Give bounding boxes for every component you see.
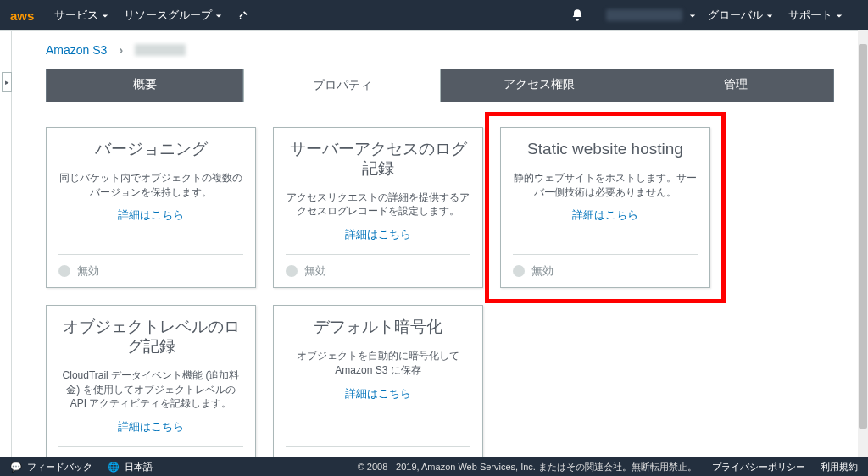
speech-bubble-icon: 💬 <box>10 462 22 473</box>
card-title: バージョニング <box>58 140 243 159</box>
scrollbar-thumb[interactable] <box>859 44 867 429</box>
status-dot-icon <box>286 265 298 277</box>
services-menu[interactable]: サービス <box>54 8 108 23</box>
side-panel-collapsed: ▸ <box>0 31 12 457</box>
card-desc: オブジェクトを自動的に暗号化して Amazon S3 に保存 <box>286 349 470 378</box>
tab-properties[interactable]: プロパティ <box>243 69 441 102</box>
status-dot-icon <box>513 265 525 277</box>
status-text: 無効 <box>304 263 326 279</box>
aws-topbar: aws サービス リソースグループ グローバル サポート <box>0 0 868 30</box>
region-label: グローバル <box>708 8 763 23</box>
card-learn-more-link[interactable]: 詳細はこちら <box>58 419 243 434</box>
card-static-website-hosting[interactable]: Static website hosting 静的ウェブサイトをホストします。サ… <box>500 127 710 288</box>
card-status: 無効 <box>286 254 470 279</box>
language-selector[interactable]: 🌐 日本語 <box>108 461 153 473</box>
chevron-down-icon <box>102 9 108 22</box>
card-status: 無効 <box>58 446 243 457</box>
feedback-label: フィードバック <box>27 461 92 473</box>
status-text: 無効 <box>77 263 99 279</box>
card-status: 無効 <box>58 254 243 279</box>
card-title: Static website hosting <box>513 140 698 159</box>
card-title: サーバーアクセスのログ記録 <box>286 140 470 179</box>
card-learn-more-link[interactable]: 詳細はこちら <box>286 386 470 401</box>
language-label: 日本語 <box>125 461 153 473</box>
resource-groups-label: リソースグループ <box>124 8 212 23</box>
card-learn-more-link[interactable]: 詳細はこちら <box>286 227 470 242</box>
privacy-link[interactable]: プライバシーポリシー <box>712 461 805 473</box>
card-desc: アクセスリクエストの詳細を提供するアクセスログレコードを設定します。 <box>286 191 470 219</box>
terms-link[interactable]: 利用規約 <box>821 461 858 473</box>
card-desc: 静的ウェブサイトをホストします。サーバー側技術は必要ありません。 <box>513 171 698 200</box>
content-wrap: ▸ Amazon S3 › 概要 プロパティ アクセス権限 管理 バージョニング… <box>0 30 868 457</box>
tab-management[interactable]: 管理 <box>637 69 834 102</box>
globe-icon: 🌐 <box>108 462 120 473</box>
support-menu[interactable]: サポート <box>788 8 843 23</box>
footer: 💬 フィードバック 🌐 日本語 © 2008 - 2019, Amazon We… <box>0 457 868 476</box>
tab-overview[interactable]: 概要 <box>46 69 243 102</box>
resource-groups-menu[interactable]: リソースグループ <box>124 8 222 23</box>
properties-cards: バージョニング 同じバケット内でオブジェクトの複数のバージョンを保持します。 詳… <box>12 102 868 457</box>
card-versioning[interactable]: バージョニング 同じバケット内でオブジェクトの複数のバージョンを保持します。 詳… <box>46 127 256 288</box>
aws-logo[interactable]: aws <box>10 8 34 23</box>
breadcrumb: Amazon S3 › <box>12 31 868 69</box>
pin-icon[interactable] <box>237 9 249 21</box>
services-label: サービス <box>54 8 98 23</box>
card-status: 無効 <box>286 446 470 457</box>
support-label: サポート <box>788 8 832 23</box>
region-menu[interactable]: グローバル <box>708 8 773 23</box>
chevron-down-icon <box>689 9 696 22</box>
card-desc: 同じバケット内でオブジェクトの複数のバージョンを保持します。 <box>58 171 243 200</box>
copyright-text: © 2008 - 2019, Amazon Web Services, Inc.… <box>358 461 697 473</box>
main-area: Amazon S3 › 概要 プロパティ アクセス権限 管理 バージョニング 同… <box>12 31 868 457</box>
breadcrumb-bucket[interactable] <box>135 44 186 56</box>
chevron-down-icon <box>766 9 773 22</box>
card-title: オブジェクトレベルのログ記録 <box>58 318 243 357</box>
card-learn-more-link[interactable]: 詳細はこちら <box>513 208 698 223</box>
card-default-encryption[interactable]: デフォルト暗号化 オブジェクトを自動的に暗号化して Amazon S3 に保存 … <box>273 305 483 457</box>
status-dot-icon <box>58 265 70 277</box>
card-desc: CloudTrail データイベント機能 (追加料金) を使用してオブジェクトレ… <box>58 368 243 411</box>
card-title: デフォルト暗号化 <box>286 318 470 337</box>
breadcrumb-service[interactable]: Amazon S3 <box>46 43 107 57</box>
chevron-down-icon <box>215 9 222 22</box>
card-static-website-hosting-wrapper: Static website hosting 静的ウェブサイトをホストします。サ… <box>500 127 710 288</box>
feedback-link[interactable]: 💬 フィードバック <box>10 461 92 473</box>
card-object-level-logging[interactable]: オブジェクトレベルのログ記録 CloudTrail データイベント機能 (追加料… <box>46 305 256 457</box>
account-name[interactable] <box>606 9 682 21</box>
notifications-icon[interactable] <box>570 8 584 22</box>
card-learn-more-link[interactable]: 詳細はこちら <box>58 208 243 223</box>
status-text: 無効 <box>531 263 554 279</box>
expand-side-panel-button[interactable]: ▸ <box>2 72 12 92</box>
chevron-down-icon <box>836 9 843 22</box>
card-server-access-logging[interactable]: サーバーアクセスのログ記録 アクセスリクエストの詳細を提供するアクセスログレコー… <box>273 127 483 288</box>
tab-permissions[interactable]: アクセス権限 <box>441 69 637 102</box>
breadcrumb-separator: › <box>119 43 123 57</box>
card-status: 無効 <box>513 254 698 279</box>
scrollbar[interactable] <box>858 30 868 457</box>
bucket-tabs: 概要 プロパティ アクセス権限 管理 <box>46 69 834 102</box>
